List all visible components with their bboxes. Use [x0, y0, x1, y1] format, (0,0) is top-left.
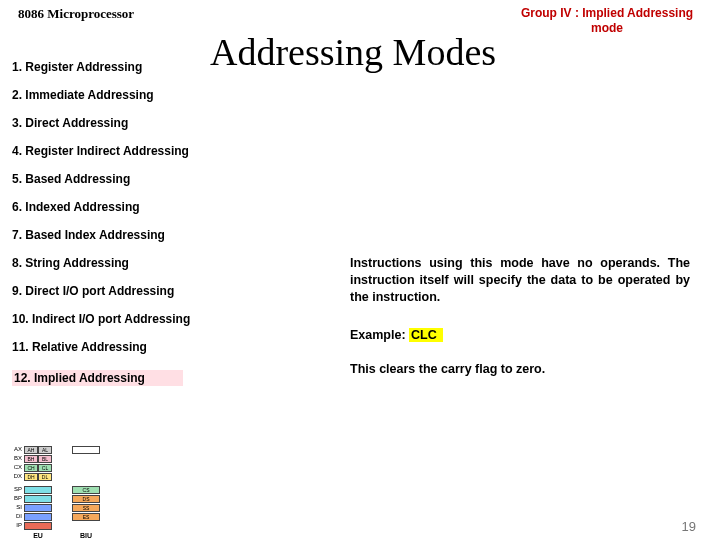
- reg-cell: [24, 522, 52, 530]
- reg-cell: [24, 513, 52, 521]
- list-item: 10. Indirect I/O port Addressing: [12, 312, 322, 326]
- body-paragraph: Instructions using this mode have no ope…: [350, 255, 690, 306]
- list-item: 8. String Addressing: [12, 256, 322, 270]
- list-item: 9. Direct I/O port Addressing: [12, 284, 322, 298]
- example-code: CLC: [409, 328, 443, 342]
- addressing-mode-list: 1. Register Addressing 2. Immediate Addr…: [12, 60, 322, 400]
- reg-label: BP: [12, 495, 24, 503]
- reg-label: SP: [12, 486, 24, 494]
- list-item-highlighted: 12. Implied Addressing: [12, 370, 183, 386]
- reg-cell: AH: [24, 446, 38, 454]
- list-item: 7. Based Index Addressing: [12, 228, 322, 242]
- reg-label: CX: [12, 464, 24, 472]
- reg-cell: SS: [72, 504, 100, 512]
- reg-cell: BH: [24, 455, 38, 463]
- reg-cell: [24, 495, 52, 503]
- list-item: 6. Indexed Addressing: [12, 200, 322, 214]
- reg-label: DI: [12, 513, 24, 521]
- example-line: Example: CLC: [350, 328, 443, 342]
- reg-cell: DS: [72, 495, 100, 503]
- diagram-foot-label: EU: [24, 532, 52, 539]
- list-item: 3. Direct Addressing: [12, 116, 322, 130]
- reg-label: DX: [12, 473, 24, 481]
- reg-label: BX: [12, 455, 24, 463]
- example-label: Example:: [350, 328, 406, 342]
- page-number: 19: [682, 519, 696, 534]
- header-left: 8086 Microprocessor: [18, 6, 134, 22]
- header-right: Group IV : Implied Addressing mode: [512, 6, 702, 36]
- reg-cell: CL: [38, 464, 52, 472]
- reg-cell: [24, 504, 52, 512]
- reg-label: AX: [12, 446, 24, 454]
- register-diagram: AX AH AL BX BH BL CX CH CL DX DH DL SP C…: [12, 446, 100, 539]
- reg-label: IP: [12, 522, 24, 530]
- slide-root: 8086 Microprocessor Group IV : Implied A…: [0, 0, 720, 540]
- reg-cell: ES: [72, 513, 100, 521]
- list-item: 5. Based Addressing: [12, 172, 322, 186]
- list-item: 11. Relative Addressing: [12, 340, 322, 354]
- diagram-foot-label: BIU: [72, 532, 100, 539]
- list-item: 2. Immediate Addressing: [12, 88, 322, 102]
- reg-label: SI: [12, 504, 24, 512]
- list-item: 4. Register Indirect Addressing: [12, 144, 322, 158]
- result-line: This clears the carry flag to zero.: [350, 362, 545, 376]
- reg-cell: BL: [38, 455, 52, 463]
- list-item: 1. Register Addressing: [12, 60, 322, 74]
- reg-cell: CH: [24, 464, 38, 472]
- reg-cell: DH: [24, 473, 38, 481]
- reg-cell: DL: [38, 473, 52, 481]
- reg-cell: AL: [38, 446, 52, 454]
- reg-cell: CS: [72, 486, 100, 494]
- reg-cell: [72, 446, 100, 454]
- reg-cell: [24, 486, 52, 494]
